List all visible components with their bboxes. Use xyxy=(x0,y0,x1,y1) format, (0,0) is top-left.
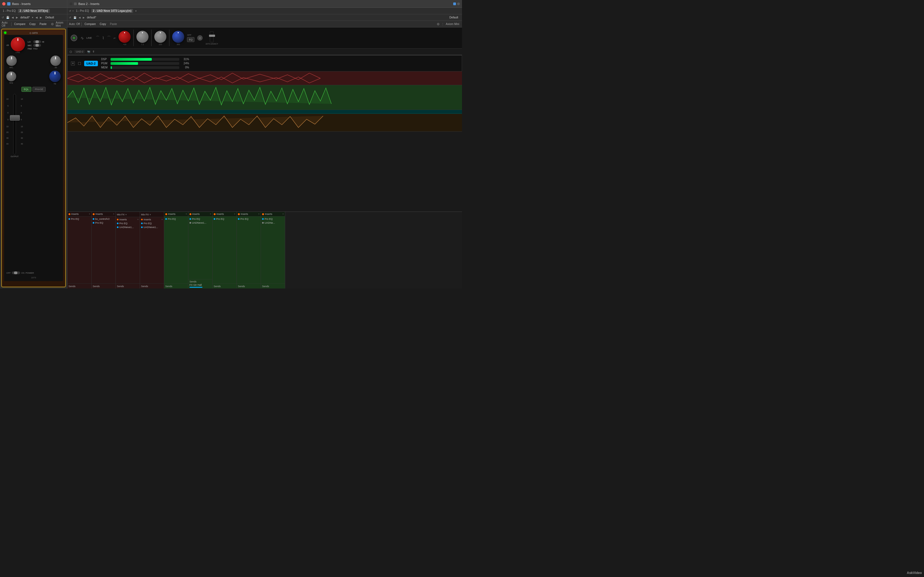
neve-eq-button[interactable]: EQ xyxy=(187,37,194,42)
ch3-neve-item[interactable]: UADNeve1... xyxy=(117,225,139,229)
right-close-btn2[interactable] xyxy=(457,2,460,5)
phase-button[interactable]: PHASE xyxy=(32,87,46,92)
ch3-arrow-icon[interactable]: ▾ xyxy=(125,213,127,216)
right-dropdown-icon[interactable]: ▾ xyxy=(135,10,137,12)
ch7-eq-insert[interactable]: Pro EQ xyxy=(214,217,236,221)
preset-name[interactable]: default* xyxy=(20,16,30,19)
hz-knob[interactable] xyxy=(49,71,61,82)
ch3-mixfx-label[interactable]: Mix FX xyxy=(117,213,124,216)
ch7-add-icon[interactable]: + xyxy=(234,213,236,215)
right-save2-icon[interactable]: 💾 xyxy=(73,16,76,19)
cam-icon[interactable]: 📷 xyxy=(87,50,90,53)
ch6-sends-label[interactable]: Sends xyxy=(189,280,211,283)
gain-knob[interactable] xyxy=(11,37,25,52)
right-next-icon[interactable]: ▶ xyxy=(83,16,85,19)
neve-output-fader[interactable] xyxy=(209,35,215,37)
monitor-close-btn[interactable]: ✕ xyxy=(71,61,75,65)
prev2-icon[interactable]: ◀ xyxy=(36,16,38,19)
neve-hpf-knob[interactable] xyxy=(172,31,184,43)
ch7-insert-tab[interactable]: Inserts + xyxy=(214,213,236,215)
prev-icon[interactable]: ◀ xyxy=(11,16,14,19)
ch2-add-icon[interactable]: + xyxy=(113,213,115,215)
right-save-icon[interactable]: + xyxy=(72,10,74,12)
right-pin-btn[interactable] xyxy=(453,2,456,5)
ch9-neve-insert[interactable]: UADNe... xyxy=(262,221,284,225)
mic-eq-knob[interactable] xyxy=(6,55,17,66)
ch9-eq-insert[interactable]: Pro EQ xyxy=(262,217,284,221)
neve-power-btn[interactable] xyxy=(71,35,77,41)
right-plugin2[interactable]: 2 - UAD Neve 1073 Legacy(m) xyxy=(91,9,133,13)
ch7-sends[interactable]: Sends xyxy=(213,283,236,288)
pin-button[interactable] xyxy=(7,2,10,5)
right-settings2-icon[interactable]: ⋮ xyxy=(441,23,444,26)
ch2-eq-insert[interactable]: Pro EQ xyxy=(93,221,115,225)
right-cycle2-icon[interactable]: ↺ xyxy=(69,16,71,19)
ch3-plus[interactable]: + xyxy=(137,218,139,221)
khz-knob[interactable] xyxy=(6,71,16,81)
right-preset2-name[interactable]: Default xyxy=(449,16,458,19)
next-icon[interactable]: ▶ xyxy=(16,16,18,19)
ch3-eq-item[interactable]: Pro EQ xyxy=(117,221,139,225)
ch6-add-icon[interactable]: + xyxy=(210,213,211,215)
right-paste-btn[interactable]: Paste xyxy=(109,22,118,26)
ch6-insert-tab[interactable]: Inserts + xyxy=(189,213,211,215)
cycle-icon[interactable]: ↺ xyxy=(2,16,4,19)
save-icon[interactable]: 💾 xyxy=(6,16,9,19)
gear-icon[interactable]: ⚙ xyxy=(51,22,54,26)
right-plugin1[interactable]: 1 - Pro EQ xyxy=(75,9,90,13)
ch8-eq-insert[interactable]: Pro EQ xyxy=(238,217,260,221)
neve-phase-button[interactable]: ⊘ xyxy=(197,35,203,41)
ch5-eq-insert[interactable]: Pro EQ xyxy=(165,217,187,221)
ch4-neve-item[interactable]: UADNeve1... xyxy=(141,225,163,229)
ch6-eq-insert[interactable]: Pro EQ xyxy=(189,217,211,221)
neve-mid-knob[interactable] xyxy=(136,31,149,43)
right-preset-name[interactable]: default* xyxy=(87,16,96,19)
ch4-sends[interactable]: Sends xyxy=(140,283,164,288)
ch2-bx-insert[interactable]: bx_controlV2 xyxy=(93,217,115,221)
ch4-mixfx-label[interactable]: Mix FX xyxy=(141,213,149,216)
right-minimize-btn[interactable] xyxy=(74,2,77,5)
compare-button[interactable]: Compare xyxy=(13,22,26,26)
mic-toggle[interactable] xyxy=(33,44,41,47)
ch6-neve-insert[interactable]: UADNeve1... xyxy=(189,221,211,225)
ch8-insert-tab[interactable]: Inserts + xyxy=(238,213,260,215)
plugin2-selector[interactable]: 2 - UAD Neve 1073(m) xyxy=(18,9,50,13)
right-prev-icon[interactable]: ◀ xyxy=(79,16,81,19)
monitor-minimize-btn[interactable] xyxy=(78,62,81,65)
ch9-add-icon[interactable]: + xyxy=(283,213,284,215)
plugin1-selector[interactable]: 1 - Pro EQ xyxy=(2,9,17,13)
eql-button[interactable]: EQL xyxy=(21,87,31,92)
right-copy-btn[interactable]: Copy xyxy=(99,22,107,26)
right-close-btn[interactable] xyxy=(69,2,72,5)
neve-gain-knob[interactable] xyxy=(118,31,131,43)
ch2-insert-tab[interactable]: Inserts + xyxy=(93,213,115,215)
power-toggle[interactable] xyxy=(12,271,20,274)
ch4-eq-item[interactable]: Pro EQ xyxy=(141,221,163,225)
close-button[interactable] xyxy=(2,2,5,5)
ch3-sends[interactable]: Sends xyxy=(116,283,140,288)
lo-hi-toggle[interactable] xyxy=(33,40,41,43)
ch9-insert-tab[interactable]: Inserts + xyxy=(262,213,284,215)
paste-button[interactable]: Paste xyxy=(39,22,48,26)
ch9-sends[interactable]: Sends xyxy=(261,283,285,288)
preset-arrow-icon[interactable]: ▾ xyxy=(32,16,33,19)
ch1-add-icon[interactable]: + xyxy=(89,213,90,215)
ch4-plus[interactable]: + xyxy=(162,218,163,221)
eq2-knob[interactable] xyxy=(50,55,61,66)
fader-handle[interactable] xyxy=(10,115,20,121)
preset2-name[interactable]: Default xyxy=(45,16,54,19)
mic-status-icon[interactable]: 🎙 xyxy=(92,50,95,53)
ch5-add-icon[interactable]: + xyxy=(186,213,187,215)
right-cycle-icon[interactable]: ↺ xyxy=(69,10,71,12)
ch8-sends[interactable]: Sends xyxy=(237,283,261,288)
neve-hi-knob[interactable] xyxy=(154,31,166,43)
ch3-inserts-item[interactable]: Inserts + xyxy=(117,218,139,221)
ch1-eq-insert[interactable]: Pro EQ xyxy=(68,217,90,221)
copy-button[interactable]: Copy xyxy=(28,22,37,26)
ch5-insert-tab[interactable]: Inserts + xyxy=(165,213,187,215)
right-gear-icon[interactable]: ⚙ xyxy=(437,22,440,26)
ch1-sends[interactable]: Sends xyxy=(67,283,91,288)
ch1-insert-tab[interactable]: Inserts + xyxy=(68,213,90,215)
right-compare-btn[interactable]: Compare xyxy=(83,22,97,26)
next2-icon[interactable]: ▶ xyxy=(40,16,42,19)
